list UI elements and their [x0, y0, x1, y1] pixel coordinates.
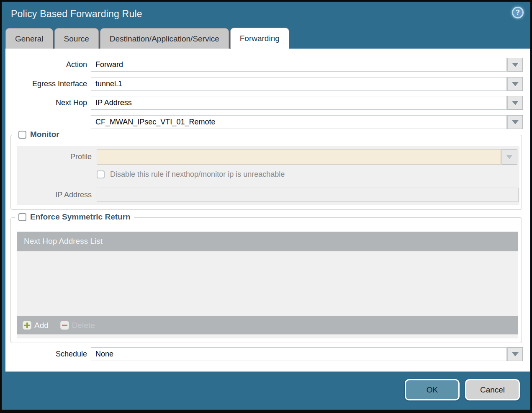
next-hop-address-dropdown-button[interactable] — [507, 115, 523, 129]
next-hop-address-list-header: Next Hop Address List — [17, 232, 518, 251]
next-hop-dropdown-button[interactable] — [507, 96, 523, 110]
help-icon[interactable]: ? — [512, 7, 524, 18]
next-hop-row: Next Hop IP Address — [5, 96, 523, 110]
disable-rule-checkbox[interactable] — [97, 170, 105, 178]
plus-icon — [23, 321, 31, 330]
chevron-down-icon — [512, 63, 519, 67]
next-hop-label: Next Hop — [5, 98, 91, 107]
forwarding-tab-panel: Action Forward Egress Interface tunnel.1… — [5, 49, 530, 372]
profile-row: Profile — [17, 149, 517, 165]
monitor-panel: Profile Disable this rule if nexthop/mon… — [17, 146, 519, 205]
policy-based-forwarding-dialog: Policy Based Forwarding Rule ? General S… — [2, 2, 530, 410]
profile-select[interactable] — [97, 149, 501, 165]
next-hop-address-list-body[interactable] — [17, 251, 518, 316]
delete-button[interactable]: Delete — [60, 321, 95, 330]
next-hop-address-list-toolbar: Add Delete — [17, 316, 518, 334]
action-row: Action Forward — [5, 58, 523, 72]
chevron-down-icon — [512, 120, 519, 124]
dialog-footer: OK Cancel — [2, 370, 530, 410]
action-dropdown-button[interactable] — [507, 58, 523, 72]
disable-rule-row: Disable this rule if nexthop/monitor ip … — [97, 170, 285, 179]
monitor-ip-address-input[interactable] — [97, 188, 519, 202]
egress-interface-label: Egress Interface — [5, 80, 91, 88]
enforce-symmetric-return-legend: Enforce Symmetric Return — [15, 212, 134, 222]
minus-icon — [60, 321, 69, 330]
monitor-ip-address-row: IP Address — [17, 188, 519, 202]
dialog-title: Policy Based Forwarding Rule — [11, 8, 142, 20]
tab-bar: General Source Destination/Application/S… — [5, 28, 289, 49]
action-label: Action — [5, 60, 91, 69]
profile-label: Profile — [17, 152, 97, 161]
monitor-legend: Monitor — [15, 130, 63, 139]
monitor-ip-address-label: IP Address — [17, 191, 97, 199]
monitor-checkbox[interactable] — [18, 131, 26, 139]
enforce-symmetric-return-section: Enforce Symmetric Return Next Hop Addres… — [10, 217, 522, 343]
egress-interface-dropdown-button[interactable] — [507, 77, 523, 91]
schedule-select[interactable]: None — [91, 347, 507, 361]
chevron-down-icon — [506, 155, 513, 159]
profile-dropdown-button[interactable] — [501, 149, 517, 165]
enforce-symmetric-return-checkbox[interactable] — [18, 213, 26, 221]
monitor-section: Monitor Profile Disable this rule if nex… — [10, 135, 522, 210]
chevron-down-icon — [512, 101, 519, 105]
egress-interface-row: Egress Interface tunnel.1 — [5, 77, 523, 91]
schedule-dropdown-button[interactable] — [507, 347, 523, 361]
tab-destination-application-service[interactable]: Destination/Application/Service — [100, 28, 229, 49]
next-hop-address-row: CF_MWAN_IPsec_VTI_01_Remote — [5, 115, 523, 129]
add-button[interactable]: Add — [23, 321, 49, 330]
egress-interface-select[interactable]: tunnel.1 — [91, 77, 507, 91]
delete-button-label: Delete — [72, 321, 95, 330]
tab-source[interactable]: Source — [54, 28, 99, 49]
chevron-down-icon — [512, 352, 519, 356]
horizontal-scrollbar-track[interactable] — [17, 334, 518, 338]
next-hop-address-table: Next Hop Address List Add Delete — [17, 232, 518, 338]
cancel-button[interactable]: Cancel — [465, 379, 520, 400]
next-hop-address-select[interactable]: CF_MWAN_IPsec_VTI_01_Remote — [91, 115, 507, 129]
next-hop-type-select[interactable]: IP Address — [91, 96, 507, 110]
action-select[interactable]: Forward — [91, 58, 507, 72]
enforce-symmetric-return-title: Enforce Symmetric Return — [30, 212, 131, 222]
monitor-title: Monitor — [30, 130, 59, 139]
tab-general[interactable]: General — [5, 28, 53, 49]
schedule-label: Schedule — [5, 350, 91, 359]
help-glyph: ? — [516, 9, 520, 16]
ok-button[interactable]: OK — [405, 379, 460, 400]
tab-forwarding[interactable]: Forwarding — [230, 28, 289, 49]
dialog-titlebar: Policy Based Forwarding Rule — [2, 2, 530, 26]
next-hop-address-list-header-label: Next Hop Address List — [24, 237, 103, 246]
schedule-row: Schedule None — [5, 347, 523, 361]
add-button-label: Add — [34, 321, 49, 330]
chevron-down-icon — [512, 82, 519, 86]
disable-rule-label: Disable this rule if nexthop/monitor ip … — [110, 170, 285, 179]
